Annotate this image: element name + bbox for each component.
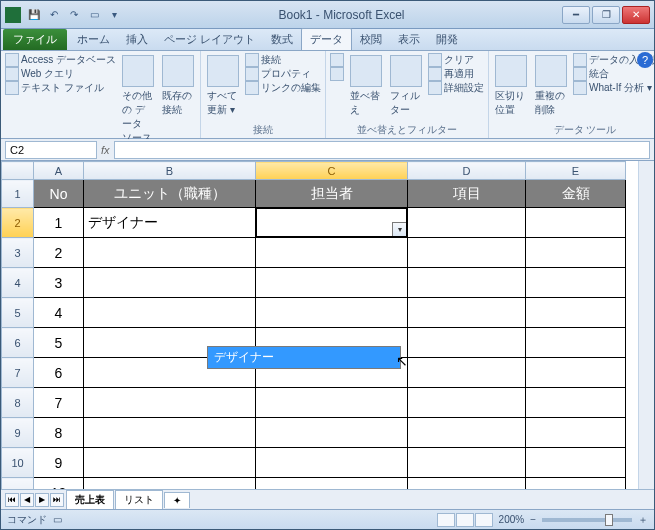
cell-E8[interactable]: [526, 388, 626, 418]
rowhead-3[interactable]: 3: [2, 238, 34, 268]
whatif-button[interactable]: What-If 分析 ▾: [573, 81, 655, 95]
cell-B3[interactable]: [84, 238, 256, 268]
rowhead-5[interactable]: 5: [2, 298, 34, 328]
cell-A8[interactable]: 7: [34, 388, 84, 418]
header-item[interactable]: 項目: [408, 180, 526, 208]
cell-B4[interactable]: [84, 268, 256, 298]
rowhead-7[interactable]: 7: [2, 358, 34, 388]
normal-view-button[interactable]: [437, 513, 455, 527]
next-sheet-button[interactable]: ▶: [35, 493, 49, 507]
text-file-button[interactable]: テキスト ファイル: [5, 81, 116, 95]
tab-formulas[interactable]: 数式: [263, 29, 301, 50]
qat-item[interactable]: ▭: [85, 6, 103, 24]
formula-bar[interactable]: [114, 141, 650, 159]
tab-home[interactable]: ホーム: [69, 29, 118, 50]
minimize-button[interactable]: ━: [562, 6, 590, 24]
cell-C3[interactable]: [256, 238, 408, 268]
rowhead-2[interactable]: 2: [2, 208, 34, 238]
header-amount[interactable]: 金額: [526, 180, 626, 208]
cell-A9[interactable]: 8: [34, 418, 84, 448]
cell-A6[interactable]: 5: [34, 328, 84, 358]
new-sheet-button[interactable]: ✦: [164, 492, 190, 508]
cell-D5[interactable]: [408, 298, 526, 328]
header-unit[interactable]: ユニット（職種）: [84, 180, 256, 208]
tab-review[interactable]: 校閲: [352, 29, 390, 50]
cell-B10[interactable]: [84, 448, 256, 478]
cell-B9[interactable]: [84, 418, 256, 448]
col-E[interactable]: E: [526, 162, 626, 180]
tab-view[interactable]: 表示: [390, 29, 428, 50]
zoom-in-button[interactable]: ＋: [638, 513, 648, 527]
cell-C5[interactable]: [256, 298, 408, 328]
cell-E2[interactable]: [526, 208, 626, 238]
cell-C10[interactable]: [256, 448, 408, 478]
cell-D3[interactable]: [408, 238, 526, 268]
tab-insert[interactable]: 挿入: [118, 29, 156, 50]
prev-sheet-button[interactable]: ◀: [20, 493, 34, 507]
tab-layout[interactable]: ページ レイアウト: [156, 29, 263, 50]
edit-links-button[interactable]: リンクの編集: [245, 81, 321, 95]
cell-B2[interactable]: デザイナー: [84, 208, 256, 238]
qat-dropdown-icon[interactable]: ▾: [105, 6, 123, 24]
zoom-out-button[interactable]: −: [530, 514, 536, 525]
col-D[interactable]: D: [408, 162, 526, 180]
cell-D4[interactable]: [408, 268, 526, 298]
col-B[interactable]: B: [84, 162, 256, 180]
rowhead-8[interactable]: 8: [2, 388, 34, 418]
col-A[interactable]: A: [34, 162, 84, 180]
pagebreak-view-button[interactable]: [475, 513, 493, 527]
rowhead-6[interactable]: 6: [2, 328, 34, 358]
dropdown-button[interactable]: ▾: [392, 222, 407, 237]
close-button[interactable]: ✕: [622, 6, 650, 24]
first-sheet-button[interactable]: ⏮: [5, 493, 19, 507]
cell-E9[interactable]: [526, 418, 626, 448]
tab-data[interactable]: データ: [301, 28, 352, 50]
cell-D2[interactable]: [408, 208, 526, 238]
sheet-tab-2[interactable]: リスト: [115, 490, 163, 509]
sort-button[interactable]: 並べ替え: [348, 53, 384, 119]
filter-button[interactable]: フィルター: [388, 53, 424, 119]
layout-view-button[interactable]: [456, 513, 474, 527]
validation-dropdown[interactable]: デザイナー: [207, 346, 401, 369]
redo-icon[interactable]: ↷: [65, 6, 83, 24]
cell-B8[interactable]: [84, 388, 256, 418]
name-box[interactable]: C2: [5, 141, 97, 159]
undo-icon[interactable]: ↶: [45, 6, 63, 24]
select-all[interactable]: [2, 162, 34, 180]
vertical-scrollbar[interactable]: [638, 161, 654, 489]
existing-conn-button[interactable]: 既存の 接続: [160, 53, 196, 119]
cell-A10[interactable]: 9: [34, 448, 84, 478]
web-query-button[interactable]: Web クエリ: [5, 67, 116, 81]
cell-E4[interactable]: [526, 268, 626, 298]
rowhead-9[interactable]: 9: [2, 418, 34, 448]
cell-A11[interactable]: 10: [34, 478, 84, 490]
maximize-button[interactable]: ❐: [592, 6, 620, 24]
rowhead-11[interactable]: 11: [2, 478, 34, 490]
cell-C2[interactable]: ▾: [256, 208, 408, 238]
cell-A4[interactable]: 3: [34, 268, 84, 298]
properties-button[interactable]: プロパティ: [245, 67, 321, 81]
header-person[interactable]: 担当者: [256, 180, 408, 208]
cell-D6[interactable]: [408, 328, 526, 358]
cell-A5[interactable]: 4: [34, 298, 84, 328]
cell-D11[interactable]: [408, 478, 526, 490]
rowhead-1[interactable]: 1: [2, 180, 34, 208]
zoom-level[interactable]: 200%: [499, 514, 525, 525]
cell-C8[interactable]: [256, 388, 408, 418]
cell-E10[interactable]: [526, 448, 626, 478]
consolidate-button[interactable]: 統合: [573, 67, 655, 81]
cell-C11[interactable]: [256, 478, 408, 490]
rowhead-4[interactable]: 4: [2, 268, 34, 298]
help-button[interactable]: ?: [637, 52, 653, 68]
cell-D7[interactable]: [408, 358, 526, 388]
refresh-all-button[interactable]: すべて 更新 ▾: [205, 53, 241, 119]
zoom-slider[interactable]: [542, 518, 632, 522]
cell-B11[interactable]: [84, 478, 256, 490]
header-no[interactable]: No: [34, 180, 84, 208]
cell-E11[interactable]: [526, 478, 626, 490]
connections-button[interactable]: 接続: [245, 53, 321, 67]
sort-asc-button[interactable]: [330, 53, 344, 67]
tab-dev[interactable]: 開発: [428, 29, 466, 50]
cell-A7[interactable]: 6: [34, 358, 84, 388]
col-C[interactable]: C: [256, 162, 408, 180]
